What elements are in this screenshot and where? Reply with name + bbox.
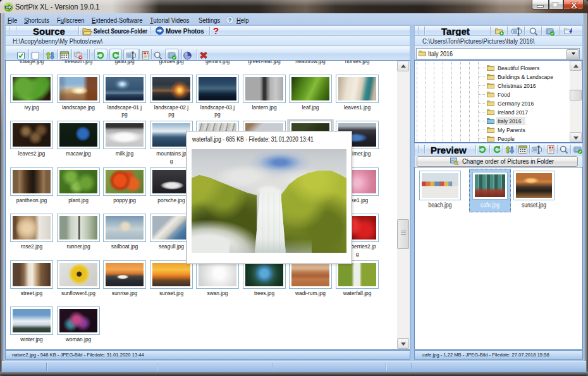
svg-text:?: ? [228,17,232,23]
